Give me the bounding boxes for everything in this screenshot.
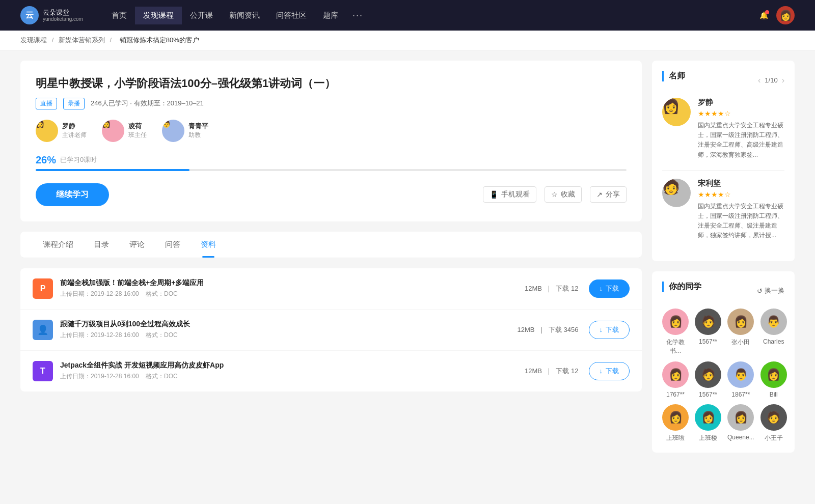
classmate-0[interactable]: 👩 化学教书... — [662, 309, 689, 355]
resource-info-1: 跟随千万级项目从0到100全过程高效成长 上传日期：2019-12-28 16:… — [60, 320, 518, 340]
nav-more[interactable]: ··· — [346, 6, 369, 25]
teachers-panel-header: 名师 ‹ 1/10 › — [662, 71, 784, 90]
continue-study-button[interactable]: 继续学习 — [36, 183, 109, 206]
classmate-6[interactable]: 👨 1867** — [727, 361, 754, 398]
tab-review[interactable]: 评论 — [119, 232, 155, 258]
teacher-panel-name-0: 罗静 — [698, 98, 784, 107]
resource-info-2: Jetpack全组件实战 开发短视频应用高仿皮皮虾App 上传日期：2019-1… — [60, 361, 525, 381]
breadcrumb-current: 销冠修炼术搞定80%的客户 — [120, 36, 199, 44]
refresh-icon: ↺ — [757, 287, 763, 295]
logo-name: 云朵课堂 — [43, 9, 83, 17]
share-icon: ↗ — [596, 190, 603, 199]
teachers-page-current: 1 — [765, 76, 768, 84]
nav-questions[interactable]: 题库 — [315, 7, 346, 24]
classmate-avatar-1: 🧑 — [695, 309, 721, 335]
classmate-7[interactable]: 👩 Bill — [760, 361, 787, 398]
share-label: 分享 — [606, 190, 620, 199]
progress-fill — [36, 169, 189, 171]
tab-qa[interactable]: 问答 — [155, 232, 191, 258]
classmate-5[interactable]: 🧑 1567** — [695, 361, 721, 398]
teacher-panel-emoji-1: 🧑 — [662, 179, 680, 195]
classmate-avatar-10: 👩 — [727, 404, 754, 431]
badge-record: 录播 — [63, 98, 85, 109]
logo-icon: 云 — [20, 6, 39, 24]
breadcrumb-sep1: / — [52, 36, 56, 44]
classmate-11[interactable]: 🧑 小王子 — [760, 404, 787, 442]
teacher-1-name: 凌荷 — [128, 122, 147, 131]
nav-courses[interactable]: 发现课程 — [135, 7, 182, 24]
classmate-name-0: 化学教书... — [662, 338, 689, 355]
mobile-view-button[interactable]: 📱 手机观看 — [483, 186, 536, 203]
tabs-bar: 课程介绍 目录 评论 问答 资料 — [20, 232, 642, 258]
classmate-4[interactable]: 👩 1767** — [662, 361, 689, 398]
logo[interactable]: 云 云朵课堂 yundoketang.com — [20, 6, 83, 24]
classmate-avatar-7: 👩 — [760, 361, 787, 388]
classmate-3[interactable]: 👨 Charles — [760, 309, 787, 355]
progress-text: 已学习0课时 — [60, 155, 97, 164]
breadcrumb-series[interactable]: 新媒体营销系列 — [59, 36, 105, 44]
nav-home[interactable]: 首页 — [103, 7, 135, 24]
tab-catalog[interactable]: 目录 — [84, 232, 119, 258]
teachers-page: 1/10 — [765, 76, 777, 84]
resource-icon-letter-1: 👤 — [37, 324, 48, 335]
classmate-9[interactable]: 👩 上班楼 — [695, 404, 721, 442]
user-avatar[interactable]: 👩 — [776, 6, 795, 24]
teachers-panel: 名师 ‹ 1/10 › 👩 罗静 ★★★★☆ 国内某重点大学安全工程专业硕士，国… — [652, 61, 795, 261]
resource-downloads-2: 下载 12 — [556, 367, 578, 375]
teachers-next-button[interactable]: › — [782, 76, 784, 85]
share-button[interactable]: ↗ 分享 — [590, 186, 627, 203]
resource-downloads-1: 下载 3456 — [549, 326, 579, 333]
download-button-0[interactable]: ↓ 下载 — [589, 279, 630, 298]
nav-open[interactable]: 公开课 — [182, 7, 221, 24]
classmate-name-8: 上班啦 — [666, 434, 685, 442]
download-icon-0: ↓ — [600, 285, 603, 292]
resource-name-1: 跟随千万级项目从0到100全过程高效成长 — [60, 320, 518, 329]
resource-icon-0: P — [33, 278, 53, 299]
teacher-panel-info-0: 罗静 ★★★★☆ 国内某重点大学安全工程专业硕士，国家一级注册消防工程师、注册安… — [698, 98, 784, 160]
course-card: 明星中教授课，小学阶段语法100分–强化级第1讲动词（一） 直播 录播 246人… — [20, 61, 642, 221]
breadcrumb-home[interactable]: 发现课程 — [20, 36, 47, 44]
classmate-2[interactable]: 👩 张小田 — [727, 309, 754, 355]
resource-size-2: 12MB — [525, 367, 542, 375]
classmate-name-5: 1567** — [699, 391, 717, 398]
tab-intro[interactable]: 课程介绍 — [33, 232, 84, 258]
resource-name-2: Jetpack全组件实战 开发短视频应用高仿皮皮虾App — [60, 361, 525, 370]
notification-bell[interactable]: 🔔 — [759, 11, 768, 19]
teacher-panel-avatar-0: 👩 — [662, 98, 691, 126]
teacher-2-info: 青青平 助教 — [188, 122, 208, 139]
classmate-1[interactable]: 🧑 1567** — [695, 309, 721, 355]
teacher-2-role: 助教 — [188, 131, 208, 139]
resource-stats-1: 12MB ｜ 下载 3456 — [518, 325, 579, 334]
resource-item-2: T Jetpack全组件实战 开发短视频应用高仿皮皮虾App 上传日期：2019… — [20, 351, 642, 391]
resource-format-2: 格式：DOC — [146, 373, 178, 380]
teacher-1: 👩 凌荷 班主任 — [102, 120, 147, 142]
teacher-0-emoji: 👩 — [36, 120, 44, 128]
classmate-avatar-4: 👩 — [662, 361, 689, 388]
nav-qa[interactable]: 问答社区 — [268, 7, 315, 24]
nav-news[interactable]: 新闻资讯 — [221, 7, 268, 24]
resource-size-1: 12MB — [518, 326, 535, 333]
teacher-panel-name-1: 宋利坚 — [698, 179, 784, 188]
download-button-1[interactable]: ↓ 下载 — [589, 321, 630, 339]
bookmark-button[interactable]: ☆ 收藏 — [545, 186, 582, 203]
download-button-2[interactable]: ↓ 下载 — [589, 362, 630, 380]
teacher-2: 👨 青青平 助教 — [162, 120, 208, 142]
classmate-8[interactable]: 👩 上班啦 — [662, 404, 689, 442]
classmate-avatar-5: 🧑 — [695, 361, 721, 388]
teacher-0-avatar: 👩 — [36, 120, 58, 142]
breadcrumb: 发现课程 / 新媒体营销系列 / 销冠修炼术搞定80%的客户 — [0, 31, 815, 50]
header: 云 云朵课堂 yundoketang.com 首页 发现课程 公开课 新闻资讯 … — [0, 0, 815, 31]
tab-resources[interactable]: 资料 — [191, 232, 226, 258]
classmate-name-4: 1767** — [666, 391, 685, 398]
teachers-pagination: ‹ 1/10 › — [758, 76, 784, 85]
classmate-10[interactable]: 👩 Queene... — [727, 404, 754, 442]
teacher-panel-stars-1: ★★★★☆ — [698, 190, 784, 199]
notification-dot — [765, 10, 769, 14]
right-panel: 名师 ‹ 1/10 › 👩 罗静 ★★★★☆ 国内某重点大学安全工程专业硕士，国… — [652, 61, 795, 463]
course-info: 246人已学习 · 有效期至：2019–10–21 — [91, 99, 204, 108]
resource-size-0: 12MB — [525, 285, 542, 292]
refresh-classmates-button[interactable]: ↺ 换一换 — [757, 286, 784, 295]
teachers-prev-button[interactable]: ‹ — [758, 76, 760, 85]
classmate-name-9: 上班楼 — [699, 434, 717, 442]
bookmark-icon: ☆ — [551, 190, 558, 199]
